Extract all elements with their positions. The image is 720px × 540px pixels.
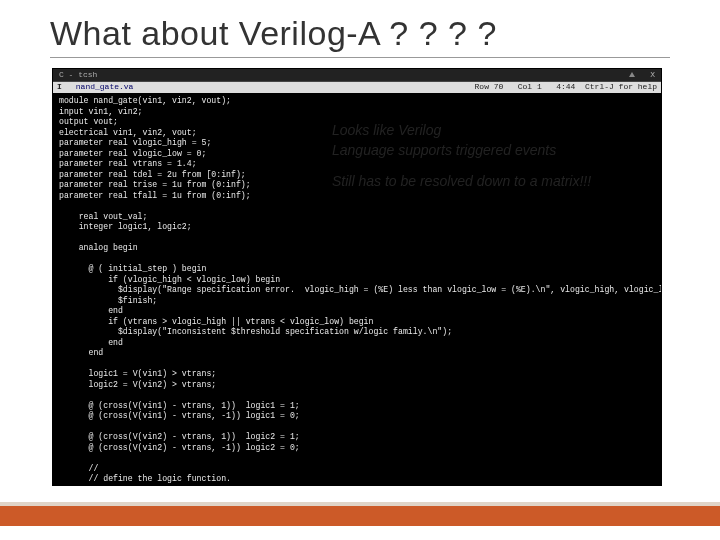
status-right: Row 70 Col 1 4:44 Ctrl-J for help (147, 82, 657, 92)
titlebar-right: X (627, 70, 655, 80)
annotation-line-1: Looks like Verilog (332, 120, 662, 140)
annotation-line-3: Still has to be resolved down to a matri… (332, 171, 662, 191)
annotation-line-2: Language supports triggered events (332, 140, 662, 160)
editor-statusbar: I nand_gate.va Row 70 Col 1 4:44 Ctrl-J … (53, 82, 661, 93)
footer-bar (0, 506, 720, 526)
status-col: Col 1 (518, 82, 542, 91)
close-icon[interactable]: X (650, 70, 655, 79)
editor-filename: nand_gate.va (76, 82, 134, 92)
status-time: 4:44 (556, 82, 575, 91)
slide: What about Verilog-A ? ? ? ? C - tcsh X … (0, 0, 720, 540)
maximize-icon[interactable] (629, 72, 635, 77)
slide-title: What about Verilog-A ? ? ? ? (50, 14, 670, 58)
terminal-titlebar: C - tcsh X (53, 69, 661, 82)
editor-mode: I (57, 82, 62, 92)
terminal-title-text: C - tcsh (59, 70, 97, 80)
status-row: Row 70 (475, 82, 504, 91)
status-help: Ctrl-J for help (585, 82, 657, 91)
annotation-box: Looks like Verilog Language supports tri… (332, 120, 662, 201)
